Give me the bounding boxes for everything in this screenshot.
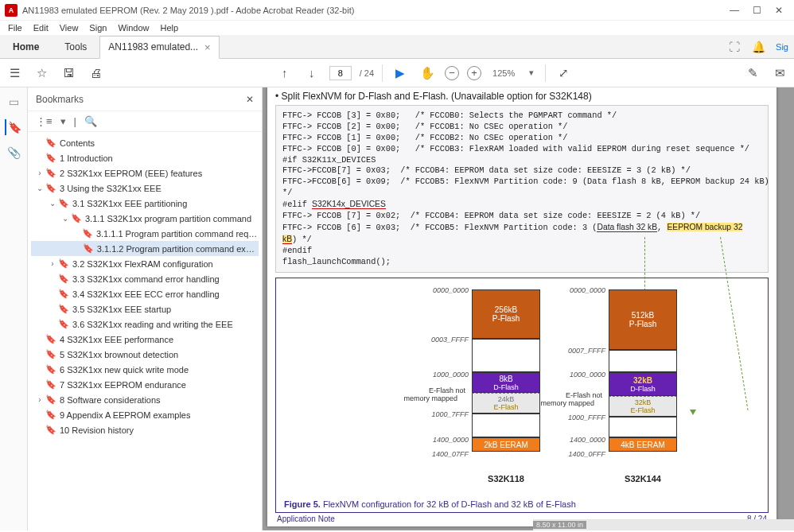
hand-tool-icon[interactable]: ✋ bbox=[418, 64, 437, 83]
bookmarks-tab-icon[interactable]: 🔖 bbox=[5, 119, 21, 135]
page-total: / 24 bbox=[360, 68, 374, 78]
zoom-in-icon[interactable]: + bbox=[467, 66, 481, 80]
menu-sign[interactable]: Sign bbox=[89, 23, 107, 33]
zoom-dropdown-icon[interactable]: ▾ bbox=[526, 68, 537, 78]
bookmark-label: 3 Using the S32K1xx EEE bbox=[60, 184, 162, 193]
close-tab-icon[interactable]: × bbox=[204, 41, 211, 53]
bookmark-icon: 🔖 bbox=[83, 243, 94, 254]
bookmark-item[interactable]: 🔖3.1.1.2 Program partition command examp… bbox=[31, 241, 259, 256]
menu-help[interactable]: Help bbox=[161, 23, 179, 33]
menu-edit[interactable]: Edit bbox=[33, 23, 49, 33]
bookmark-label: 3.6 S32K1xx reading and writing the EEE bbox=[72, 320, 233, 329]
bookmark-item[interactable]: 🔖Contents bbox=[31, 135, 259, 150]
thumbs-tab-icon[interactable]: ▭ bbox=[6, 94, 21, 110]
bookmark-icon: 🔖 bbox=[45, 349, 56, 359]
bookmark-label: 8 Software considerations bbox=[60, 395, 161, 405]
menu-file[interactable]: File bbox=[8, 23, 22, 33]
tab-document[interactable]: AN11983 emulated... × bbox=[99, 36, 219, 59]
bookmark-icon: 🔖 bbox=[58, 319, 69, 329]
titlebar: A AN11983 emulated EEPROM (Rev. 2 May 20… bbox=[0, 0, 794, 21]
page-up-icon[interactable]: ↑ bbox=[275, 64, 294, 83]
footer-left: Application Note bbox=[277, 515, 335, 523]
close-panel-icon[interactable]: ✕ bbox=[246, 94, 254, 105]
bookmark-label: 3.1.1.2 Program partition command exampl… bbox=[97, 244, 259, 254]
blk-dflash-left: 8kBD-Flash bbox=[472, 372, 540, 393]
bookmark-item[interactable]: 🔖3.3 S32K1xx command error handling bbox=[31, 271, 259, 286]
bookmark-icon: 🔖 bbox=[45, 183, 56, 193]
signin-link[interactable]: Sig bbox=[770, 42, 794, 52]
print-icon[interactable]: 🖨 bbox=[86, 64, 105, 83]
label-s32k144: S32K144 bbox=[609, 474, 677, 483]
save-icon[interactable]: 🖫 bbox=[59, 64, 78, 83]
bookmarks-options-drop-icon[interactable]: ▾ bbox=[60, 115, 66, 127]
bookmark-item[interactable]: ⌄🔖3.1.1 S32K1xx program partition comman… bbox=[31, 211, 259, 226]
fit-width-icon[interactable]: ⤢ bbox=[554, 64, 573, 83]
chevron-right-icon[interactable]: › bbox=[47, 259, 58, 268]
attachments-tab-icon[interactable]: 📎 bbox=[6, 145, 21, 161]
bookmark-item[interactable]: 🔖3.1.1.1 Program partition command requi… bbox=[31, 226, 259, 241]
bookmark-label: 10 Revision history bbox=[60, 425, 134, 435]
memory-diagram: 256kB P-Flash 8kBD-Flash 24kBE-Flash 2kB… bbox=[275, 278, 769, 513]
figure-caption: Figure 5. FlexNVM configuration for 32 k… bbox=[284, 499, 576, 509]
select-tool-icon[interactable]: ▶ bbox=[391, 64, 410, 83]
bookmark-item[interactable]: ⌄🔖3 Using the S32K1xx EEE bbox=[31, 181, 259, 196]
bookmark-label: 5 S32K1xx brownout detection bbox=[60, 350, 178, 359]
toolbar: ☰ ☆ 🖫 🖨 ↑ ↓ / 24 ▶ ✋ − + 125% ▾ ⤢ ✎ ✉ bbox=[0, 59, 794, 87]
bookmark-item[interactable]: ›🔖8 Software considerations bbox=[31, 392, 259, 407]
chevron-down-icon[interactable]: ⌄ bbox=[60, 214, 71, 223]
tabbar: Home Tools AN11983 emulated... × ⛶ 🔔 Sig bbox=[0, 35, 794, 59]
bookmark-item[interactable]: 🔖3.5 S32K1xx EEE startup bbox=[31, 301, 259, 316]
minimize-button[interactable]: — bbox=[724, 2, 745, 18]
sign-icon[interactable]: ✎ bbox=[743, 64, 762, 83]
bookmark-icon: 🔖 bbox=[45, 425, 56, 435]
bookmark-item[interactable]: 🔖3.4 S32K1xx EEE ECC error handling bbox=[31, 286, 259, 301]
bell-icon[interactable]: 🔔 bbox=[746, 41, 770, 53]
chevron-down-icon[interactable]: ⌄ bbox=[34, 184, 45, 192]
chevron-right-icon[interactable]: › bbox=[34, 169, 45, 177]
page-down-icon[interactable]: ↓ bbox=[302, 64, 321, 83]
tab-document-label: AN11983 emulated... bbox=[108, 41, 198, 52]
bookmark-icon: 🔖 bbox=[45, 379, 56, 390]
bookmark-icon: 🔖 bbox=[58, 274, 69, 284]
chevron-right-icon[interactable]: › bbox=[34, 395, 45, 404]
bookmark-item[interactable]: ›🔖3.2 S32K1xx FlexRAM configuration bbox=[31, 256, 259, 271]
bookmark-icon: 🔖 bbox=[58, 198, 69, 208]
document-view[interactable]: • Split FlexNVM for D-Flash and E-Flash.… bbox=[263, 87, 794, 530]
bookmark-item[interactable]: 🔖4 S32K1xx EEE performance bbox=[31, 332, 259, 347]
bookmark-item[interactable]: 🔖5 S32K1xx brownout detection bbox=[31, 347, 259, 362]
zoom-value[interactable]: 125% bbox=[489, 68, 518, 78]
bookmark-item[interactable]: ›🔖2 S32K1xx EEPROM (EEE) features bbox=[31, 165, 259, 181]
close-window-button[interactable]: ✕ bbox=[769, 2, 789, 18]
bookmark-item[interactable]: 🔖9 Appendix A EEPROM examples bbox=[31, 407, 259, 422]
bookmarks-options-icon[interactable]: ⋮≡ bbox=[36, 115, 53, 127]
bookmark-icon: 🔖 bbox=[45, 168, 56, 178]
bookmarks-tree[interactable]: 🔖Contents🔖1 Introduction›🔖2 S32K1xx EEPR… bbox=[28, 132, 262, 530]
menu-view[interactable]: View bbox=[60, 23, 79, 33]
arrowhead-eflash bbox=[690, 410, 696, 415]
bookmark-label: 2 S32K1xx EEPROM (EEE) features bbox=[60, 169, 202, 178]
bookmark-item[interactable]: ⌄🔖3.1 S32K1xx EEE partitioning bbox=[31, 196, 259, 211]
menu-window[interactable]: Window bbox=[118, 23, 149, 33]
bookmark-item[interactable]: 🔖10 Revision history bbox=[31, 422, 259, 437]
chevron-down-icon[interactable]: ⌄ bbox=[47, 199, 58, 208]
blk-eflash-right: 32kBE-Flash bbox=[609, 396, 677, 417]
maximize-button[interactable]: ☐ bbox=[746, 2, 767, 18]
bookmark-item[interactable]: 🔖6 S32K1xx new quick write mode bbox=[31, 362, 259, 377]
mail-icon[interactable]: ✉ bbox=[770, 64, 789, 83]
page-number-input[interactable] bbox=[329, 66, 352, 80]
sidebar-toggle-icon[interactable]: ☰ bbox=[5, 64, 24, 83]
bookmark-item[interactable]: 🔖1 Introduction bbox=[31, 150, 259, 165]
bookmarks-panel: Bookmarks ✕ ⋮≡ ▾ | 🔍 🔖Contents🔖1 Introdu… bbox=[28, 87, 263, 530]
window-title: AN11983 emulated EEPROM (Rev. 2 May 2019… bbox=[22, 6, 724, 15]
bookmark-item[interactable]: 🔖3.6 S32K1xx reading and writing the EEE bbox=[31, 316, 259, 332]
fullscreen-icon[interactable]: ⛶ bbox=[722, 41, 746, 53]
bookmark-label: 9 Appendix A EEPROM examples bbox=[60, 410, 190, 420]
bookmark-item[interactable]: 🔖7 S32K1xx EEPROM endurance bbox=[31, 377, 259, 392]
zoom-out-icon[interactable]: − bbox=[445, 66, 459, 80]
tab-home[interactable]: Home bbox=[0, 36, 52, 58]
find-bookmark-icon[interactable]: 🔍 bbox=[84, 115, 97, 127]
pdf-page: • Split FlexNVM for D-Flash and E-Flash.… bbox=[267, 87, 776, 526]
star-icon[interactable]: ☆ bbox=[32, 64, 51, 83]
bookmark-label: 1 Introduction bbox=[60, 153, 113, 163]
tab-tools[interactable]: Tools bbox=[52, 36, 99, 58]
